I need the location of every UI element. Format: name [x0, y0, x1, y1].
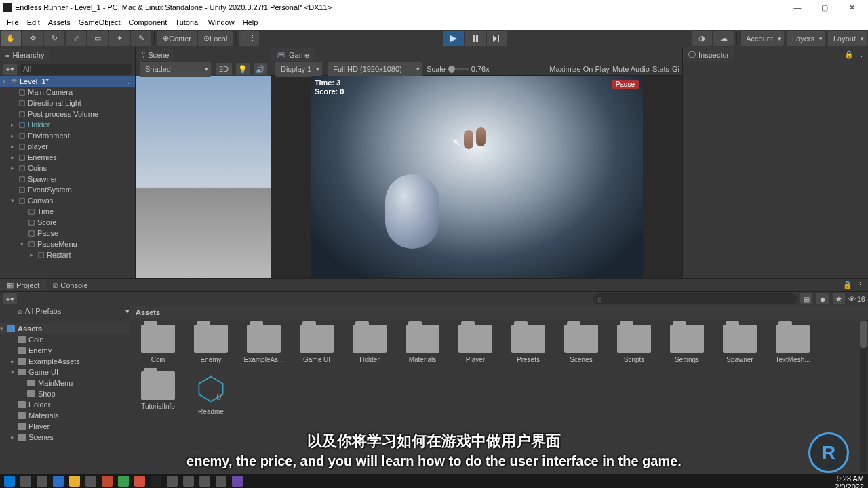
- project-folder[interactable]: Player: [0, 421, 130, 432]
- project-folder[interactable]: Enemy: [0, 345, 130, 356]
- gizmos-toggle[interactable]: Gi: [672, 65, 679, 73]
- 2d-toggle[interactable]: 2D: [216, 63, 232, 75]
- tab-inspector[interactable]: ⓘInspector: [683, 47, 734, 62]
- hierarchy-item[interactable]: Post-process Volume: [0, 108, 135, 119]
- scale-slider[interactable]: [448, 68, 469, 70]
- menu-tutorial[interactable]: Tutorial: [171, 18, 203, 26]
- hierarchy-item[interactable]: ▾PauseMenu: [0, 239, 135, 249]
- asset-folder[interactable]: Holder: [347, 325, 392, 363]
- account-dropdown[interactable]: Account: [741, 31, 784, 46]
- project-favorite[interactable]: ⌕All Prefabs▾: [0, 306, 130, 317]
- taskview-icon[interactable]: [37, 476, 47, 487]
- menu-edit[interactable]: Edit: [23, 18, 44, 26]
- maximize-toggle[interactable]: Maximize On Play: [549, 65, 610, 73]
- pivot-toggle[interactable]: ⊕ Center: [157, 31, 197, 46]
- project-folder[interactable]: Coin: [0, 334, 130, 345]
- hierarchy-item[interactable]: Time: [0, 206, 135, 217]
- layers-dropdown[interactable]: Layers: [787, 31, 825, 46]
- transform-tool[interactable]: ✦: [109, 31, 130, 46]
- cloud-icon[interactable]: ☁: [713, 31, 734, 46]
- hierarchy-item[interactable]: Score: [0, 217, 135, 228]
- pause-button[interactable]: [465, 31, 486, 46]
- custom-tool[interactable]: ✎: [131, 31, 151, 46]
- resolution-dropdown[interactable]: Full HD (1920x1080): [328, 62, 422, 77]
- app-icon[interactable]: [183, 476, 194, 487]
- collab-icon[interactable]: ◑: [692, 31, 712, 46]
- mute-toggle[interactable]: Mute Audio: [612, 65, 650, 73]
- asset-folder[interactable]: Settings: [665, 325, 709, 363]
- project-folder[interactable]: ▸Scenes: [0, 432, 130, 443]
- scale-tool[interactable]: ⤢: [66, 31, 86, 46]
- asset-folder[interactable]: ExampleAs...: [241, 325, 286, 363]
- app-icon[interactable]: [102, 476, 113, 487]
- project-folder-assets[interactable]: ▾Assets: [0, 323, 130, 334]
- project-create-dropdown[interactable]: +▾: [3, 293, 17, 304]
- asset-readme[interactable]: {}Readme: [189, 371, 233, 415]
- hierarchy-item[interactable]: ▸Environment: [0, 130, 135, 141]
- step-button[interactable]: [487, 31, 507, 46]
- filter-type-icon[interactable]: ▦: [800, 293, 812, 304]
- app-icon[interactable]: [167, 476, 178, 487]
- scene-viewport[interactable]: [136, 76, 271, 278]
- hierarchy-item[interactable]: Pause: [0, 228, 135, 239]
- hierarchy-item[interactable]: Main Camera: [0, 87, 135, 98]
- lock-icon[interactable]: 🔒: [844, 50, 854, 59]
- visualstudio-icon[interactable]: [232, 476, 243, 487]
- hierarchy-search[interactable]: All: [19, 64, 132, 75]
- create-dropdown[interactable]: +▾: [3, 64, 17, 75]
- layout-dropdown[interactable]: Layout: [828, 31, 867, 46]
- tab-hierarchy[interactable]: ≡Hierarchy: [0, 49, 50, 61]
- app-icon[interactable]: [216, 476, 226, 487]
- panel-menu-icon[interactable]: ⋮: [856, 281, 864, 289]
- menu-file[interactable]: File: [3, 18, 23, 26]
- stats-toggle[interactable]: Stats: [652, 65, 669, 73]
- hierarchy-item[interactable]: ▸Coins: [0, 163, 135, 174]
- project-folder[interactable]: MainMenu: [0, 378, 130, 388]
- game-viewport[interactable]: Time: 3 Score: 0 Pause ↖: [311, 76, 643, 278]
- unity-taskbar-icon[interactable]: [151, 476, 161, 487]
- asset-folder[interactable]: Player: [453, 325, 498, 363]
- display-dropdown[interactable]: Display 1: [275, 62, 322, 77]
- hierarchy-item[interactable]: ▸Restart: [0, 249, 135, 260]
- app-icon[interactable]: [199, 476, 210, 487]
- menu-gameobject[interactable]: GameObject: [75, 18, 125, 26]
- tab-scene[interactable]: #Scene: [136, 49, 174, 61]
- maximize-button[interactable]: ▢: [811, 0, 838, 15]
- asset-folder[interactable]: Game UI: [294, 325, 339, 363]
- menu-help[interactable]: Help: [239, 18, 262, 26]
- hand-tool[interactable]: ✋: [1, 31, 21, 46]
- audio-toggle[interactable]: 🔊: [254, 63, 267, 75]
- app-icon[interactable]: [85, 476, 96, 487]
- asset-folder[interactable]: Scenes: [559, 325, 604, 363]
- project-folder[interactable]: ▾Game UI: [0, 367, 130, 378]
- asset-folder[interactable]: Coin: [136, 325, 180, 363]
- game-pause-button[interactable]: Pause: [612, 80, 639, 89]
- scrollbar[interactable]: [860, 321, 867, 472]
- play-button[interactable]: [443, 31, 464, 46]
- tab-game[interactable]: 🎮Game: [271, 48, 315, 61]
- hierarchy-item[interactable]: Directional Light: [0, 98, 135, 108]
- favorite-icon[interactable]: ★: [833, 293, 845, 304]
- asset-folder[interactable]: Scripts: [612, 325, 656, 363]
- project-folder[interactable]: Holder: [0, 399, 130, 410]
- explorer-icon[interactable]: [69, 476, 80, 487]
- panel-menu-icon[interactable]: ⋮: [858, 50, 865, 59]
- tab-console[interactable]: ⎚Console: [46, 279, 94, 291]
- breadcrumb[interactable]: Assets: [130, 306, 868, 319]
- scene-menu-icon[interactable]: ⋮: [125, 77, 132, 86]
- menu-window[interactable]: Window: [204, 18, 239, 26]
- chrome-icon[interactable]: [118, 476, 129, 487]
- hierarchy-item[interactable]: Spawner: [0, 174, 135, 184]
- lighting-toggle[interactable]: 💡: [236, 63, 250, 75]
- asset-folder[interactable]: TextMesh...: [770, 325, 815, 363]
- menu-component[interactable]: Component: [124, 18, 171, 26]
- asset-folder[interactable]: Enemy: [189, 325, 233, 363]
- project-search[interactable]: ⌕: [593, 293, 797, 304]
- handle-toggle[interactable]: ⊙ Local: [198, 31, 233, 46]
- snap-toggle[interactable]: ⋮⋮: [239, 31, 259, 46]
- lock-icon[interactable]: 🔒: [843, 281, 852, 289]
- start-button[interactable]: [4, 476, 15, 487]
- project-folder[interactable]: Shop: [0, 388, 130, 399]
- project-folder[interactable]: Materials: [0, 410, 130, 421]
- hierarchy-item[interactable]: ▸player: [0, 141, 135, 152]
